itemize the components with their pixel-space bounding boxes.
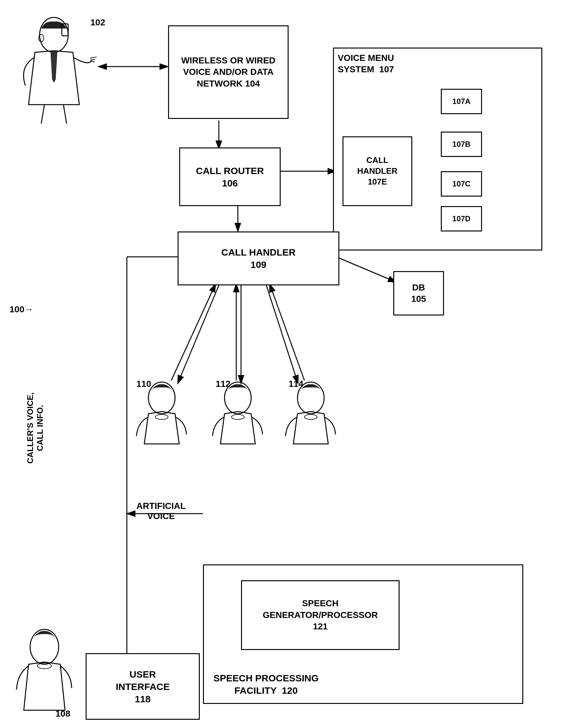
agent-114-figure	[279, 380, 342, 450]
ref-112: 112	[216, 379, 231, 389]
svg-line-15	[171, 284, 216, 380]
agent-110-figure	[130, 380, 193, 450]
box-107c: 107C	[441, 171, 482, 197]
svg-line-17	[270, 284, 304, 380]
svg-line-12	[178, 285, 219, 384]
network-box: WIRELESS OR WIRED VOICE AND/OR DATA NETW…	[168, 25, 289, 119]
call-router-box: CALL ROUTER106	[179, 147, 281, 206]
svg-line-11	[336, 257, 396, 282]
person-102	[10, 16, 98, 127]
call-handler-107e-box: CALLHANDLER107E	[342, 136, 412, 206]
db-105-box: DB105	[393, 271, 444, 315]
svg-point-31	[232, 414, 244, 419]
user-interface-box: USERINTERFACE118	[86, 653, 200, 720]
ref-110: 110	[136, 379, 151, 389]
svg-line-14	[266, 285, 298, 384]
svg-point-29	[155, 414, 168, 419]
callers-voice-label: CALLER'S VOICE,CALL INFO.	[25, 380, 45, 476]
svg-point-34	[30, 629, 59, 664]
svg-line-27	[63, 105, 67, 124]
ref-100: 100→	[10, 304, 33, 315]
box-107d: 107D	[441, 206, 482, 231]
person-108-figure	[10, 628, 79, 717]
ref-108: 108	[55, 709, 70, 719]
artificial-voice-label: ARTIFICIALVOICE	[136, 501, 186, 521]
diagram: 102 100→ WIRELESS OR WIRED VOICE AND/OR …	[0, 0, 561, 728]
call-handler-109-box: CALL HANDLER109	[178, 231, 339, 285]
svg-point-33	[304, 414, 317, 419]
svg-line-26	[41, 105, 44, 124]
agent-112-figure	[206, 380, 270, 450]
ref-102: 102	[90, 17, 105, 28]
ref-114: 114	[289, 379, 303, 389]
box-107a: 107A	[441, 89, 482, 114]
box-107b: 107B	[441, 132, 482, 157]
speech-generator-box: SPEECHGENERATOR/PROCESSOR121	[241, 580, 400, 650]
